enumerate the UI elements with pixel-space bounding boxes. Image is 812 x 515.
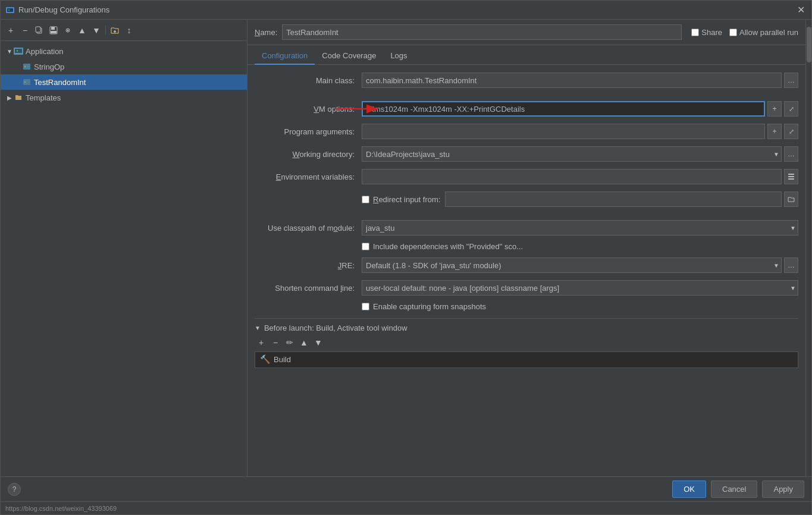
redirect-input-input[interactable] bbox=[445, 191, 782, 207]
env-vars-edit-button[interactable] bbox=[784, 169, 798, 184]
program-args-input[interactable] bbox=[362, 124, 765, 139]
tab-logs[interactable]: Logs bbox=[383, 48, 414, 65]
main-class-browse-button[interactable]: … bbox=[784, 73, 798, 88]
build-item: 🔨 Build bbox=[255, 352, 798, 366]
redirect-input-checkbox[interactable] bbox=[362, 196, 369, 203]
ok-button[interactable]: OK bbox=[672, 481, 706, 498]
redirect-input-checkbox-label[interactable]: Redirect input from: bbox=[362, 195, 440, 204]
working-dir-select[interactable]: D:\IdeaProjects\java_stu bbox=[362, 146, 782, 162]
help-button[interactable]: ? bbox=[8, 483, 21, 496]
shorten-cmdline-select[interactable]: user-local default: none - java [options… bbox=[362, 280, 798, 296]
app-icon bbox=[5, 5, 15, 15]
move-down-button[interactable]: ▼ bbox=[90, 24, 103, 37]
toolbar-separator bbox=[105, 26, 106, 35]
sort-button[interactable]: ↕ bbox=[123, 24, 136, 37]
main-class-label: Main class: bbox=[255, 76, 362, 85]
testrandomint-icon bbox=[22, 77, 32, 87]
right-scrollbar[interactable] bbox=[805, 20, 811, 476]
application-expand-arrow[interactable]: ▼ bbox=[5, 47, 14, 55]
tree-testrandomint[interactable]: TestRandomInt bbox=[1, 74, 247, 90]
svg-rect-15 bbox=[23, 64, 30, 70]
vm-options-input[interactable] bbox=[362, 101, 765, 117]
application-icon bbox=[14, 46, 23, 56]
program-args-add-button[interactable]: + bbox=[767, 124, 782, 139]
svg-rect-22 bbox=[788, 176, 794, 177]
jre-field: Default (1.8 - SDK of 'java_stu' module)… bbox=[362, 258, 798, 273]
vm-options-row: VM options: + ⤢ bbox=[255, 101, 798, 117]
before-launch-collapse-arrow[interactable]: ▼ bbox=[255, 325, 261, 331]
before-launch-add-button[interactable]: + bbox=[255, 336, 268, 349]
jre-select-wrapper: Default (1.8 - SDK of 'java_stu' module)… bbox=[362, 258, 782, 273]
share-checkbox-label[interactable]: Share bbox=[691, 28, 722, 37]
allow-parallel-checkbox[interactable] bbox=[729, 29, 737, 36]
before-launch-remove-button[interactable]: − bbox=[269, 336, 282, 349]
redirect-input-label: Redirect input from: bbox=[373, 195, 440, 204]
jre-label: JRE: bbox=[255, 261, 362, 270]
svg-rect-23 bbox=[788, 178, 794, 180]
right-panel: Name: Share Allow parallel run Configura… bbox=[247, 20, 805, 476]
save-config-button[interactable] bbox=[47, 24, 60, 37]
share-label: Share bbox=[701, 28, 722, 37]
remove-config-button[interactable]: − bbox=[18, 24, 32, 37]
svg-point-9 bbox=[67, 29, 69, 31]
jre-browse-button[interactable]: … bbox=[784, 258, 798, 273]
main-class-field: … bbox=[362, 73, 798, 88]
tab-configuration[interactable]: Configuration bbox=[255, 48, 315, 65]
allow-parallel-checkbox-label[interactable]: Allow parallel run bbox=[729, 28, 798, 37]
env-vars-label: Environment variables: bbox=[255, 172, 362, 181]
before-launch-edit-button[interactable]: ✏ bbox=[283, 336, 296, 349]
program-args-expand-button[interactable]: ⤢ bbox=[784, 124, 798, 139]
enable-form-snapshots-row: Enable capturing form snapshots bbox=[255, 302, 798, 311]
svg-rect-21 bbox=[788, 174, 794, 175]
settings-button[interactable] bbox=[61, 24, 74, 37]
before-launch-header: ▼ Before launch: Build, Activate tool wi… bbox=[255, 324, 798, 332]
share-area: Share Allow parallel run bbox=[691, 28, 798, 37]
stringop-label: StringOp bbox=[34, 62, 64, 71]
tree-templates[interactable]: ▶ Templates bbox=[1, 90, 247, 105]
vm-options-field: + ⤢ bbox=[362, 101, 798, 117]
vm-options-expand-button[interactable]: ⤢ bbox=[784, 101, 798, 117]
env-vars-input[interactable] bbox=[362, 169, 782, 184]
shorten-cmdline-row: Shorten command line: user-local default… bbox=[255, 280, 798, 296]
classpath-module-row: Use classpath of module: java_stu ▼ bbox=[255, 219, 798, 236]
program-args-row: Program arguments: + ⤢ bbox=[255, 123, 798, 140]
before-launch-list: 🔨 Build bbox=[255, 351, 798, 368]
templates-expand-arrow[interactable]: ▶ bbox=[5, 93, 14, 102]
svg-rect-7 bbox=[51, 31, 57, 33]
working-dir-field: D:\IdeaProjects\java_stu ▼ … bbox=[362, 146, 798, 162]
working-dir-label: Working directory: bbox=[255, 150, 362, 159]
status-bar-url: https://blog.csdn.net/weixin_43393069 bbox=[5, 505, 117, 512]
working-dir-row: Working directory: D:\IdeaProjects\java_… bbox=[255, 146, 798, 162]
create-folder-button[interactable] bbox=[108, 24, 121, 37]
bottom-area: ? OK Cancel Apply https://blog.csdn.net/… bbox=[1, 476, 811, 514]
enable-form-snapshots-label: Enable capturing form snapshots bbox=[373, 302, 486, 311]
add-config-button[interactable]: + bbox=[4, 24, 17, 37]
apply-button[interactable]: Apply bbox=[762, 481, 804, 498]
jre-select[interactable]: Default (1.8 - SDK of 'java_stu' module) bbox=[362, 258, 782, 273]
enable-form-snapshots-checkbox[interactable] bbox=[362, 303, 369, 310]
redirect-input-browse-button[interactable] bbox=[784, 191, 798, 207]
vm-options-add-button[interactable]: + bbox=[767, 101, 782, 117]
working-dir-browse-button[interactable]: … bbox=[784, 146, 798, 162]
redirect-input-row: Redirect input from: bbox=[255, 191, 798, 208]
move-up-button[interactable]: ▲ bbox=[76, 24, 89, 37]
tab-code-coverage[interactable]: Code Coverage bbox=[315, 48, 383, 65]
run-debug-dialog: Run/Debug Configurations ✕ + − bbox=[0, 0, 812, 515]
tree-stringop[interactable]: StringOp bbox=[1, 59, 247, 74]
bottom-bar: ? OK Cancel Apply bbox=[1, 476, 811, 501]
before-launch-up-button[interactable]: ▲ bbox=[297, 336, 311, 349]
classpath-module-select[interactable]: java_stu bbox=[362, 220, 798, 235]
tree-application[interactable]: ▼ Application bbox=[1, 43, 247, 59]
cancel-button[interactable]: Cancel bbox=[711, 481, 757, 498]
before-launch-down-button[interactable]: ▼ bbox=[312, 336, 325, 349]
include-deps-checkbox[interactable] bbox=[362, 243, 369, 250]
svg-rect-6 bbox=[51, 27, 55, 30]
copy-config-button[interactable] bbox=[33, 24, 46, 37]
main-class-input[interactable] bbox=[362, 73, 782, 88]
shorten-cmdline-label: Shorten command line: bbox=[255, 284, 362, 293]
scrollbar-thumb[interactable] bbox=[807, 27, 811, 62]
close-button[interactable]: ✕ bbox=[795, 4, 807, 16]
title-bar-text: Run/Debug Configurations bbox=[18, 5, 795, 14]
name-input[interactable] bbox=[282, 24, 682, 40]
share-checkbox[interactable] bbox=[691, 29, 699, 36]
